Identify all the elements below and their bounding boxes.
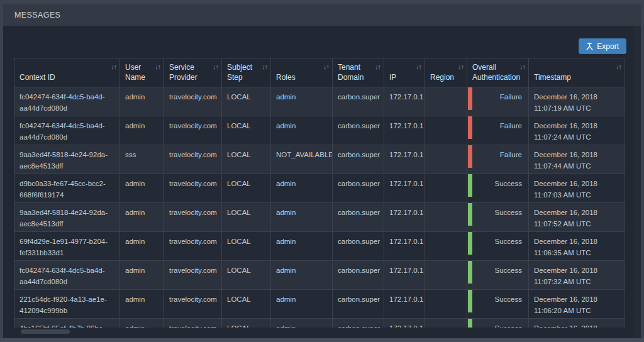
cell-ip: 172.17.0.1 [384,87,425,116]
table-row[interactable]: 4bc165bf-95ef-4b7b-89be-32c932c99b admin… [14,319,625,328]
cell-roles: admin [271,203,333,232]
timestamp-time: 11:07:24 AM UTC [534,132,619,143]
cell-overall-authentication: Failure [467,145,529,174]
timestamp-date: December 16, 2018 [534,294,619,306]
sort-icon[interactable]: ↓↑ [111,62,116,72]
table-row[interactable]: 9aa3ed4f-5818-4e24-92da-aec8e4513dff adm… [14,203,625,232]
cell-service-provider: travelocity.com [164,203,222,232]
auth-status-label: Success [495,295,522,303]
cell-service-provider: travelocity.com [164,319,222,328]
column-header-tenant-domain[interactable]: ↓↑Tenant Domain [333,58,384,87]
panel-header: MESSAGES [3,4,641,26]
auth-status-bar [468,145,472,168]
timestamp-date: December 16, 2018 [534,236,619,248]
cell-context-id: fc042474-634f-4dc5-ba4d-aa44d7cd080d [14,261,120,290]
column-header-service-provider[interactable]: ↓↑Service Provider [164,58,222,87]
export-button-label: Export [597,42,619,51]
column-header-roles[interactable]: ↓↑Roles [271,58,333,87]
cell-user-name: admin [120,87,164,116]
table-row[interactable]: 69f4d29e-1e91-4977-b204-fef331bb33d1 adm… [14,232,625,261]
table-row[interactable]: d9bc0a33-fe67-45cc-bcc2-668f6f619174 adm… [14,174,625,203]
cell-user-name: admin [120,116,164,145]
cell-context-id: fc042474-634f-4dc5-ba4d-aa44d7cd080d [14,87,120,116]
cell-region [425,87,467,116]
cell-context-id: 9aa3ed4f-5818-4e24-92da-aec8e4513dff [14,203,120,232]
table-row[interactable]: 9aa3ed4f-5818-4e24-92da-aec8e4513dff sss… [14,145,625,174]
cell-overall-authentication: Success [467,203,529,232]
timestamp-date: December 16, 2018 [534,207,619,219]
horizontal-scrollbar-track[interactable] [0,338,644,342]
timestamp-date: December 16, 2018 [534,92,619,103]
sort-icon[interactable]: ↓↑ [519,62,525,72]
column-header-user-name[interactable]: ↓↑User Name [120,58,164,87]
cell-subject-step: LOCAL [222,145,271,174]
cell-ip: 172.17.0.1 [384,261,425,290]
column-header-timestamp[interactable]: ↓↑Timestamp [529,58,625,87]
cell-service-provider: travelocity.com [164,116,222,145]
timestamp-date: December 16, 2018 [534,121,619,132]
table-row[interactable]: fc042474-634f-4dc5-ba4d-aa44d7cd080d adm… [14,261,625,290]
auth-status-label: Success [495,209,522,216]
sort-icon[interactable]: ↓↑ [213,62,218,72]
auth-status-bar [468,232,472,255]
timestamp-time: 11:07:44 AM UTC [534,161,619,172]
cell-subject-step: LOCAL [222,203,271,232]
column-header-context-id[interactable]: ↓↑Context ID [14,58,120,87]
cell-overall-authentication: Success [467,319,529,328]
cell-roles: admin [271,290,333,319]
cell-ip: 172.17.0.1 [384,232,425,261]
cell-roles: admin [271,232,333,261]
cell-timestamp: December 16, 2018 11:07:03 AM UTC [529,174,625,203]
cell-region [425,261,467,290]
cell-region [425,203,467,232]
auth-status-bar [468,319,472,328]
timestamp-date: December 16, 2018 [534,150,619,161]
auth-status-bar [468,203,472,226]
cell-roles: admin [271,319,333,328]
timestamp-time: 11:07:52 AM UTC [534,219,619,230]
cell-tenant-domain: carbon.super [333,174,384,203]
table-row[interactable]: fc042474-634f-4dc5-ba4d-aa44d7cd080d adm… [14,116,625,145]
cell-region [425,145,467,174]
pdf-export-icon [586,43,593,50]
cell-user-name: admin [120,232,164,261]
timestamp-time: 11:06:35 AM UTC [534,248,619,259]
column-header-region[interactable]: ↓↑Region [425,58,467,87]
panel-body: Export ↓↑Context ID ↓↑User Name ↓↑Servic… [3,26,641,338]
cell-timestamp: December 16, 2018 11:07:44 AM UTC [529,145,625,174]
column-header-subject-step[interactable]: ↓↑Subject Step [222,58,271,87]
sort-icon[interactable]: ↓↑ [416,62,421,72]
cell-service-provider: travelocity.com [164,145,222,174]
cell-tenant-domain: carbon.super [333,145,384,174]
page-title: MESSAGES [14,11,60,19]
sort-icon[interactable]: ↓↑ [375,62,380,72]
column-header-ip[interactable]: ↓↑IP [384,58,425,87]
timestamp-date: December 16, 2018 [534,265,619,277]
sort-icon[interactable]: ↓↑ [616,62,621,72]
vertical-scrollbar[interactable] [633,26,641,338]
sort-icon[interactable]: ↓↑ [262,62,267,72]
sort-icon[interactable]: ↓↑ [458,62,464,72]
cell-timestamp: December 16, 2018 11:06:08 AM UTC [529,319,625,328]
sort-icon[interactable]: ↓↑ [155,62,160,72]
cell-context-id: fc042474-634f-4dc5-ba4d-aa44d7cd080d [14,116,120,145]
column-header-overall-authentication[interactable]: ↓↑Overall Authentication [467,58,529,87]
cell-ip: 172.17.0.1 [384,145,425,174]
cell-overall-authentication: Success [467,290,529,319]
horizontal-scrollbar-thumb[interactable] [21,329,70,334]
table-header-row: ↓↑Context ID ↓↑User Name ↓↑Service Provi… [14,58,625,87]
sort-icon[interactable]: ↓↑ [323,62,329,72]
table-row[interactable]: 221c54dc-f920-4a13-ae1e-412094c999bb adm… [14,290,625,319]
auth-status-bar [468,87,472,110]
cell-context-id: 221c54dc-f920-4a13-ae1e-412094c999bb [14,290,120,319]
cell-service-provider: travelocity.com [164,87,222,116]
table-row[interactable]: fc042474-634f-4dc5-ba4d-aa44d7cd080d adm… [14,87,625,116]
cell-overall-authentication: Failure [467,87,529,116]
cell-roles: NOT_AVAILABLE [271,145,333,174]
cell-timestamp: December 16, 2018 11:07:24 AM UTC [529,116,625,145]
cell-context-id: d9bc0a33-fe67-45cc-bcc2-668f6f619174 [14,174,120,203]
auth-status-label: Failure [500,93,522,101]
cell-user-name: admin [120,174,164,203]
timestamp-time: 11:07:03 AM UTC [534,190,619,201]
export-button[interactable]: Export [579,38,626,54]
